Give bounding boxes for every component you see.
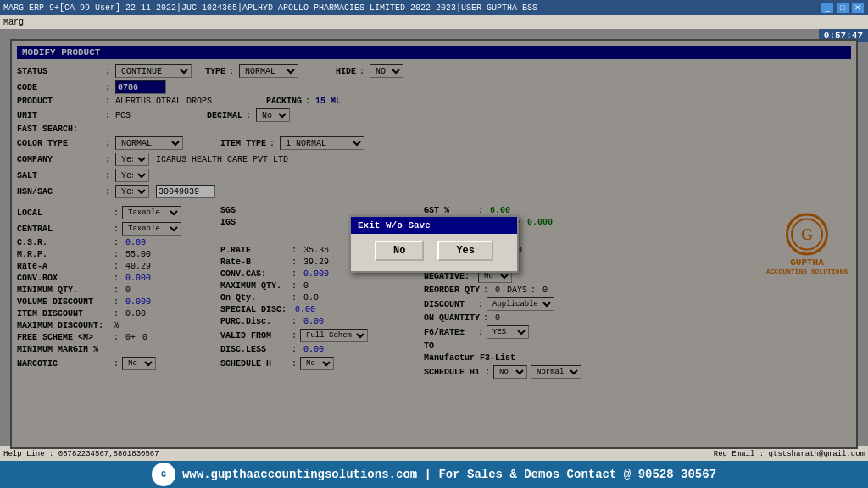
title-bar: MARG ERP 9+[CA-99 User] 22-11-2022|JUC-1… bbox=[0, 0, 868, 15]
help-line-left: Help Line : 08782234567,8801830567 bbox=[3, 450, 159, 458]
menu-bar: Marg bbox=[0, 15, 868, 29]
dialog-overlay: Exit W/o Save No Yes bbox=[12, 41, 856, 447]
dialog-box: Exit W/o Save No Yes bbox=[349, 215, 519, 273]
footer: G www.gupthaaccountingsolutions.com | Fo… bbox=[0, 461, 868, 488]
footer-text: www.gupthaaccountingsolutions.com | For … bbox=[182, 468, 716, 481]
close-button[interactable]: ✕ bbox=[851, 2, 865, 14]
window-controls[interactable]: _ □ ✕ bbox=[821, 2, 865, 14]
dialog-no-button[interactable]: No bbox=[375, 241, 424, 261]
maximize-button[interactable]: □ bbox=[836, 2, 849, 14]
dialog-buttons: No Yes bbox=[351, 234, 517, 271]
minimize-button[interactable]: _ bbox=[821, 2, 834, 14]
menu-text: Marg bbox=[3, 18, 24, 27]
dialog-title: Exit W/o Save bbox=[351, 217, 517, 234]
title-text: MARG ERP 9+[CA-99 User] 22-11-2022|JUC-1… bbox=[3, 3, 537, 13]
dialog-yes-button[interactable]: Yes bbox=[437, 241, 493, 261]
form-panel: MODIFY PRODUCT STATUS : CONTINUE TYPE : … bbox=[10, 39, 858, 449]
help-line-right: Reg Email : gtstsharath@gmail.com bbox=[714, 450, 865, 458]
footer-logo: G bbox=[152, 463, 175, 486]
main-area: 0:57:47 MODIFY PRODUCT STATUS : CONTINUE… bbox=[0, 29, 868, 446]
